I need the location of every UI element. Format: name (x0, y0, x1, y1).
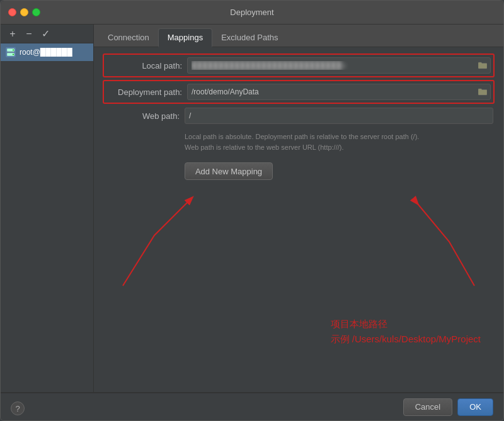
check-server-button[interactable]: ✓ (38, 27, 52, 41)
deployment-path-folder-button[interactable] (476, 85, 490, 99)
deployment-path-input-wrap (187, 84, 491, 100)
deployment-path-label: Deployment path: (106, 87, 182, 97)
deployment-path-row: Deployment path: (103, 80, 495, 104)
close-button[interactable] (8, 8, 16, 16)
main-area: Connection Mappings Excluded Paths Local… (94, 25, 503, 392)
annotations-area: 项目本地路径 示例 /Users/kuls/Desktop/MyProject (104, 185, 493, 385)
web-path-row: Web path: (104, 108, 493, 124)
sidebar-item-root-server[interactable]: root@██████ (1, 43, 93, 61)
help-button[interactable]: ? (11, 401, 25, 415)
web-path-label: Web path: (104, 111, 180, 121)
sidebar: + − ✓ root@██████ (1, 25, 94, 392)
bottom-bar: ? Cancel OK (1, 393, 503, 420)
tab-mappings[interactable]: Mappings (158, 28, 212, 47)
deployment-window: Deployment + − ✓ root@██████ (0, 0, 504, 421)
arrow-local-path (104, 185, 230, 311)
sidebar-toolbar: + − ✓ (1, 25, 93, 43)
sidebar-item-label: root@██████ (20, 48, 72, 57)
local-path-input[interactable] (187, 57, 491, 74)
add-server-button[interactable]: + (6, 27, 20, 41)
web-path-input-wrap (185, 108, 493, 124)
annotation-line2: 示例 /Users/kuls/Desktop/MyProject (331, 332, 481, 347)
svg-point-2 (13, 50, 14, 51)
title-bar: Deployment (1, 1, 503, 25)
tabs: Connection Mappings Excluded Paths (94, 25, 503, 47)
local-path-input-wrap (187, 57, 491, 74)
remove-server-button[interactable]: − (22, 27, 36, 41)
svg-point-3 (13, 54, 14, 55)
annotation-chinese: 项目本地路径 示例 /Users/kuls/Desktop/MyProject (331, 317, 481, 347)
hint-text: Local path is absolute. Deployment path … (104, 129, 493, 155)
deployment-path-input[interactable] (187, 84, 491, 100)
mappings-panel: Local path: Deployment path: (94, 47, 503, 392)
hint-line1: Local path is absolute. Deployment path … (185, 133, 419, 140)
title-bar-buttons (8, 8, 40, 16)
window-title: Deployment (230, 8, 273, 17)
local-path-folder-button[interactable] (476, 59, 490, 72)
bottom-bar-wrap: ? Cancel OK (1, 392, 503, 420)
server-icon (6, 47, 16, 57)
maximize-button[interactable] (32, 8, 40, 16)
ok-button[interactable]: OK (457, 398, 493, 416)
tab-connection[interactable]: Connection (99, 29, 158, 47)
minimize-button[interactable] (20, 8, 28, 16)
content-area: + − ✓ root@██████ Connec (1, 25, 503, 392)
tab-excluded-paths[interactable]: Excluded Paths (212, 29, 287, 47)
arrow-deployment-path (298, 185, 487, 323)
local-path-row: Local path: (103, 53, 495, 77)
hint-line2: Web path is relative to the web server U… (185, 143, 344, 151)
local-path-label: Local path: (106, 61, 182, 70)
cancel-button[interactable]: Cancel (403, 398, 452, 416)
annotation-line1: 项目本地路径 (331, 317, 481, 332)
web-path-input[interactable] (185, 108, 493, 124)
add-new-mapping-button[interactable]: Add New Mapping (185, 162, 273, 180)
